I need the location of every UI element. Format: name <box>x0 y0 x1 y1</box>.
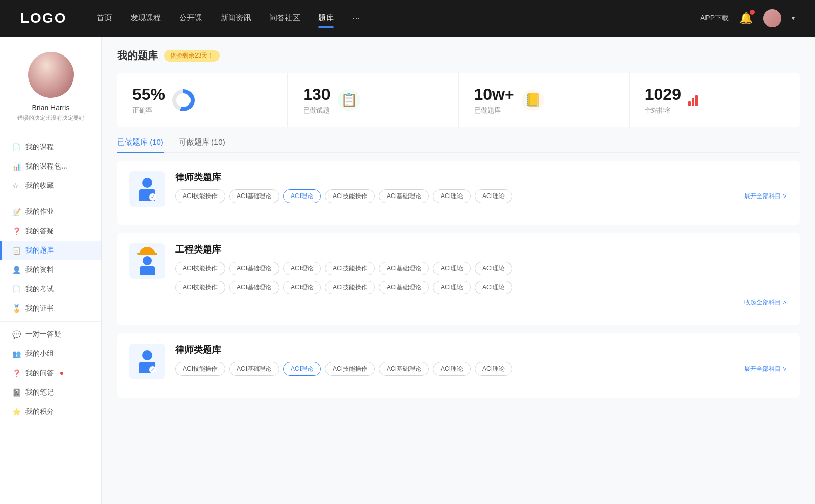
tag-item[interactable]: ACI理论 <box>433 362 471 376</box>
tag-item[interactable]: ACI基础理论 <box>379 189 429 203</box>
lawyer-icon: ✓ <box>139 178 155 201</box>
tag-item[interactable]: ACI基础理论 <box>229 362 279 376</box>
lawyer-icon-2: ✓ <box>139 350 155 373</box>
engineer-body <box>140 266 155 275</box>
stat-done-banks: 10w+ 已做题库 📒 <box>459 73 630 127</box>
tag-item[interactable]: ACI技能操作 <box>325 281 375 294</box>
questions-icon: ❓ <box>12 369 20 377</box>
sidebar-item-homework[interactable]: 📝 我的作业 <box>0 202 101 221</box>
tab-done-banks[interactable]: 已做题库 (10) <box>117 137 164 152</box>
tag-item[interactable]: ACI技能操作 <box>175 362 225 376</box>
tag-item[interactable]: ACI技能操作 <box>175 189 225 203</box>
tag-item[interactable]: ACI技能操作 <box>325 262 375 275</box>
expand-link-lawyer2[interactable]: 展开全部科目 ∨ <box>744 362 787 375</box>
bank-card-header: 工程类题库 ACI技能操作 ACI基础理论 ACI理论 ACI技能操作 ACI基… <box>129 243 787 307</box>
tag-item[interactable]: ACI基础理论 <box>229 262 279 275</box>
sidebar-item-points[interactable]: ⭐ 我的积分 <box>0 402 101 422</box>
sidebar-item-label: 我的课程包... <box>25 162 67 171</box>
bar-chart-icon <box>688 94 698 106</box>
lawyer-body: ✓ <box>139 189 155 201</box>
nav-home[interactable]: 首页 <box>97 11 112 26</box>
sidebar-item-exams[interactable]: 📄 我的考试 <box>0 279 101 299</box>
tag-item[interactable]: ACI理论 <box>475 262 512 275</box>
nav-discover[interactable]: 发现课程 <box>130 11 161 26</box>
sidebar-item-label: 我的证书 <box>25 304 54 313</box>
qa-icon: ❓ <box>12 227 20 235</box>
sidebar-item-my-qa[interactable]: ❓ 我的答疑 <box>0 221 101 241</box>
avatar[interactable] <box>763 9 781 27</box>
tag-item[interactable]: ACI理论 <box>433 281 471 294</box>
profile-avatar[interactable] <box>28 52 74 98</box>
question-bank-icon: 📋 <box>12 246 20 255</box>
tag-item[interactable]: ACI理论 <box>283 281 321 294</box>
sidebar-item-1on1[interactable]: 💬 一对一答疑 <box>0 325 101 344</box>
engineer-helmet <box>139 247 155 255</box>
trial-badge: 体验剩余23天！ <box>164 50 220 62</box>
nav-menu: 首页 发现课程 公开课 新闻资讯 问答社区 题库 ··· <box>97 11 700 26</box>
sidebar-item-my-profile[interactable]: 👤 我的资料 <box>0 260 101 279</box>
bar-2 <box>692 98 694 106</box>
bank-title-area-lawyer2: 律师类题库 ACI技能操作 ACI基础理论 ACI理论 ACI技能操作 ACI基… <box>175 344 787 376</box>
tab-available-banks[interactable]: 可做题库 (10) <box>179 137 225 152</box>
tag-item[interactable]: ACI基础理论 <box>229 189 279 203</box>
sidebar-item-groups[interactable]: 👥 我的小组 <box>0 344 101 363</box>
sidebar: Brian Harris 错误的决定比没有决定要好 📄 我的课程 📊 我的课程包… <box>0 37 102 504</box>
page-layout: Brian Harris 错误的决定比没有决定要好 📄 我的课程 📊 我的课程包… <box>0 37 815 504</box>
tag-item-active[interactable]: ACI理论 <box>283 189 321 203</box>
sidebar-item-course-packages[interactable]: 📊 我的课程包... <box>0 157 101 176</box>
tag-item[interactable]: ACI理论 <box>475 362 512 376</box>
tag-item[interactable]: ACI基础理论 <box>379 262 429 275</box>
sidebar-item-label: 我的题库 <box>25 246 54 255</box>
tag-item[interactable]: ACI技能操作 <box>325 189 375 203</box>
sidebar-profile: Brian Harris 错误的决定比没有决定要好 <box>0 47 101 132</box>
sidebar-item-label: 我的问答 <box>25 369 54 378</box>
sidebar-item-my-courses[interactable]: 📄 我的课程 <box>0 137 101 157</box>
tag-item[interactable]: ACI理论 <box>283 262 321 275</box>
tag-item[interactable]: ACI技能操作 <box>325 362 375 376</box>
tag-item[interactable]: ACI理论 <box>433 189 471 203</box>
bank-card-engineer: 工程类题库 ACI技能操作 ACI基础理论 ACI理论 ACI技能操作 ACI基… <box>117 233 800 325</box>
1on1-icon: 💬 <box>12 330 20 339</box>
nav-open-course[interactable]: 公开课 <box>179 11 202 26</box>
sidebar-item-question-bank[interactable]: 📋 我的题库 <box>0 241 101 260</box>
sidebar-item-certificates[interactable]: 🏅 我的证书 <box>0 299 101 318</box>
bank-icon-wrap-engineer <box>129 243 165 279</box>
sidebar-item-label: 我的答疑 <box>25 227 54 236</box>
notification-badge <box>750 10 755 15</box>
sidebar-item-favorites[interactable]: ☆ 我的收藏 <box>0 176 101 195</box>
tag-item[interactable]: ACI基础理论 <box>379 362 429 376</box>
stat-text-accuracy: 55% 正确率 <box>132 85 165 115</box>
stat-accuracy-value: 55% <box>132 85 165 104</box>
expand-link[interactable]: 展开全部科目 ∨ <box>744 190 787 203</box>
lawyer-head-2 <box>142 350 152 360</box>
nav-question-bank[interactable]: 题库 <box>318 11 334 26</box>
tag-item[interactable]: ACI理论 <box>475 189 512 203</box>
avatar-dropdown-arrow[interactable]: ▾ <box>792 15 795 22</box>
list-icon: 📋 <box>338 89 360 111</box>
tags-row-engineer-2: ACI技能操作 ACI基础理论 ACI理论 ACI技能操作 ACI基础理论 AC… <box>175 281 787 294</box>
groups-icon: 👥 <box>12 350 20 358</box>
packages-icon: 📊 <box>12 162 20 171</box>
sidebar-item-questions[interactable]: ❓ 我的问答 <box>0 363 101 383</box>
nav-news[interactable]: 新闻资讯 <box>221 11 251 26</box>
stat-done-label: 已做试题 <box>303 106 330 115</box>
points-icon: ⭐ <box>12 408 20 416</box>
tag-item[interactable]: ACI理论 <box>475 281 512 294</box>
tag-item[interactable]: ACI理论 <box>433 262 471 275</box>
nav-more[interactable]: ··· <box>352 11 360 26</box>
sidebar-item-label: 我的小组 <box>25 349 54 358</box>
tag-item[interactable]: ACI技能操作 <box>175 281 225 294</box>
notification-bell[interactable]: 🔔 <box>739 12 753 25</box>
sidebar-item-notes[interactable]: 📓 我的笔记 <box>0 383 101 402</box>
collapse-link[interactable]: 收起全部科目 ∧ <box>175 298 787 307</box>
page-title: 我的题库 <box>117 49 158 63</box>
app-download-button[interactable]: APP下载 <box>700 14 729 23</box>
tag-item[interactable]: ACI基础理论 <box>379 281 429 294</box>
tag-item[interactable]: ACI技能操作 <box>175 262 225 275</box>
pie-inner <box>176 93 191 107</box>
bank-icon-wrap: ✓ <box>129 171 165 207</box>
tag-item[interactable]: ACI基础理论 <box>229 281 279 294</box>
pie-chart-icon <box>172 89 195 111</box>
nav-qa[interactable]: 问答社区 <box>269 11 300 26</box>
tag-item-active[interactable]: ACI理论 <box>283 362 321 376</box>
